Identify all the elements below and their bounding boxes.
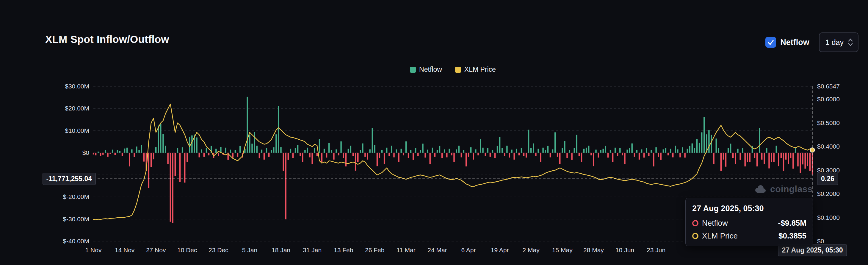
y-axis-right-tick: $0.1000 (817, 213, 840, 222)
crosshair-y-right-label: 0.26 (817, 173, 838, 185)
coinglass-watermark: coinglass (754, 184, 813, 194)
tooltip-value-xlm-price: $0.3855 (778, 231, 806, 241)
x-axis-tick: 1 Nov (85, 246, 102, 254)
y-axis-left-tick: $30.00M (65, 82, 89, 90)
y-axis-left-tick: $20.00M (65, 104, 89, 113)
y-axis-left-tick: $0 (83, 149, 89, 157)
tooltip-value-netflow: -$9.85M (778, 218, 806, 228)
tooltip-row-xlm-price: XLM Price $0.3855 (692, 231, 806, 241)
xlm-price-dot-icon (692, 233, 699, 239)
tooltip-date: 27 Aug 2025, 05:30 (692, 204, 806, 213)
x-axis-tick: 14 Nov (115, 246, 135, 254)
x-axis-tick: 18 Jan (272, 246, 290, 254)
x-axis-tick: 19 Apr (491, 246, 509, 254)
tooltip-label-xlm-price: XLM Price (702, 231, 775, 241)
y-axis-left-tick: $-40.00M (63, 237, 89, 245)
chart-tooltip: 27 Aug 2025, 05:30 Netflow -$9.85M XLM P… (685, 198, 813, 246)
y-axis-right-tick: $0.5000 (817, 119, 840, 127)
x-axis-tick: 23 Dec (209, 246, 228, 254)
tooltip-label-netflow: Netflow (702, 218, 775, 228)
y-axis-right-tick: $0.6000 (817, 95, 840, 103)
y-axis-left-tick: $-20.00M (63, 193, 89, 201)
x-axis-tick: 26 Feb (365, 246, 384, 254)
x-axis-tick: 6 Apr (461, 246, 476, 254)
x-axis-tick: 10 Jun (616, 246, 634, 254)
netflow-dot-icon (692, 220, 699, 226)
y-axis-right-tick: $0.6547 (817, 82, 840, 90)
x-axis-tick: 23 Jun (647, 246, 665, 254)
x-axis-tick: 27 Nov (146, 246, 166, 254)
x-axis-tick: 31 Jan (303, 246, 321, 254)
y-axis-right-tick: $0.2000 (817, 190, 840, 198)
xlm-spot-inflow-outflow-panel: XLM Spot Inflow/Outflow Netflow 1 day Ne… (0, 0, 868, 265)
crosshair-y-left-label: -11,771,255.04 (42, 173, 96, 185)
x-axis-tick: 5 Jan (242, 246, 257, 254)
x-axis-tick: 2 May (523, 246, 539, 254)
y-axis-left-tick: $10.00M (65, 126, 89, 135)
coinglass-watermark-text: coinglass (770, 184, 813, 194)
x-axis-tick: 28 May (583, 246, 604, 254)
tooltip-row-netflow: Netflow -$9.85M (692, 218, 806, 228)
x-axis-tick: 15 May (552, 246, 572, 254)
x-axis-tick: 11 Mar (397, 246, 415, 254)
x-axis-tick: 10 Dec (177, 246, 197, 254)
y-axis-left-tick: $-30.00M (63, 215, 89, 223)
coinglass-logo-icon (754, 185, 767, 193)
y-axis-right-tick: $0.4000 (817, 142, 840, 151)
x-axis-tick: 13 Feb (334, 246, 353, 254)
x-axis-tick: 24 Mar (428, 246, 447, 254)
